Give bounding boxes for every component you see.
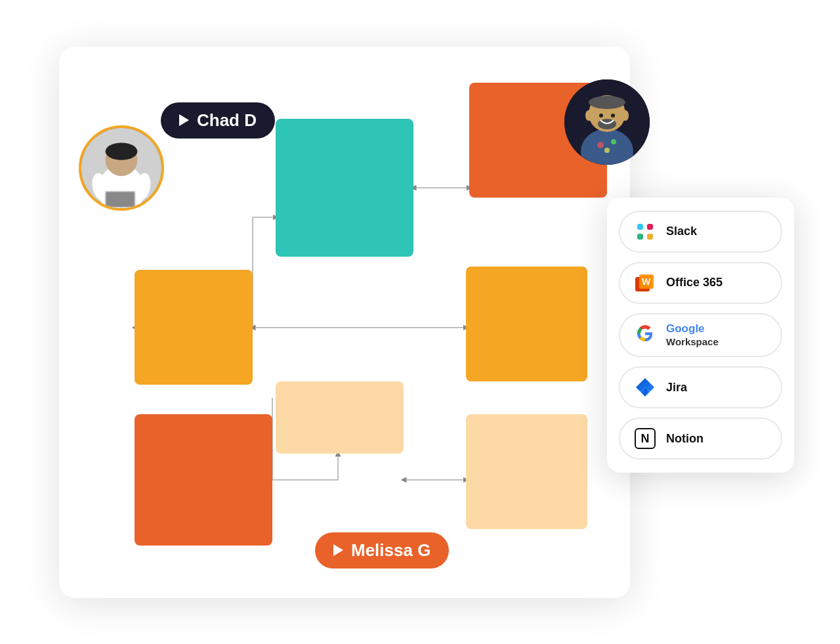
block-peach-center [276,381,404,454]
block-yellow-right [466,267,587,381]
svg-point-15 [597,142,604,148]
notion-icon-symbol: N [635,428,656,449]
block-orange-bottom [135,414,272,546]
svg-rect-12 [106,192,135,207]
nametag-melissa: Melissa G [315,532,449,569]
woman-illustration [81,128,161,208]
man-illustration [564,79,650,165]
scene: Chad D Melissa G [59,27,781,618]
notion-label: Notion [666,432,704,446]
svg-point-16 [611,139,616,144]
office365-label: Office 365 [666,276,723,290]
office365-icon: W [633,271,657,295]
google-icon [633,323,657,347]
melissa-name-label: Melissa G [351,540,430,561]
block-yellow-left [135,270,253,385]
svg-rect-26 [637,234,643,240]
play-icon-chad [179,114,189,126]
chad-name-label: Chad D [197,110,257,131]
svg-point-24 [622,110,629,121]
jira-label: Jira [666,381,687,395]
avatar-chad [79,125,164,211]
svg-rect-25 [637,224,643,230]
block-teal [276,119,413,257]
slack-label: Slack [666,225,697,238]
integration-item-office365[interactable]: W Office 365 [619,262,782,304]
svg-point-19 [589,96,625,109]
notion-icon: N [633,427,657,450]
svg-point-7 [106,142,138,160]
slack-icon [633,220,657,244]
svg-text:W: W [642,276,651,287]
avatar-man [564,79,650,165]
google-label: Google Workspace [666,322,719,349]
svg-point-21 [599,114,603,118]
integration-item-slack[interactable]: Slack [619,211,782,253]
integration-item-jira[interactable]: Jira [619,366,782,408]
svg-point-23 [585,110,592,121]
svg-point-22 [611,114,615,118]
svg-rect-28 [647,234,653,240]
integrations-card: Slack W Office 365 [607,198,794,473]
nametag-chad: Chad D [161,102,275,139]
play-icon-melissa [333,544,343,556]
diagram-card: Chad D Melissa G [59,47,630,598]
jira-icon [633,376,657,399]
integration-item-google[interactable]: Google Workspace [619,313,782,358]
integration-item-notion[interactable]: N Notion [619,418,782,460]
svg-point-17 [604,148,610,153]
svg-rect-27 [647,224,653,230]
block-peach-right [466,414,587,529]
